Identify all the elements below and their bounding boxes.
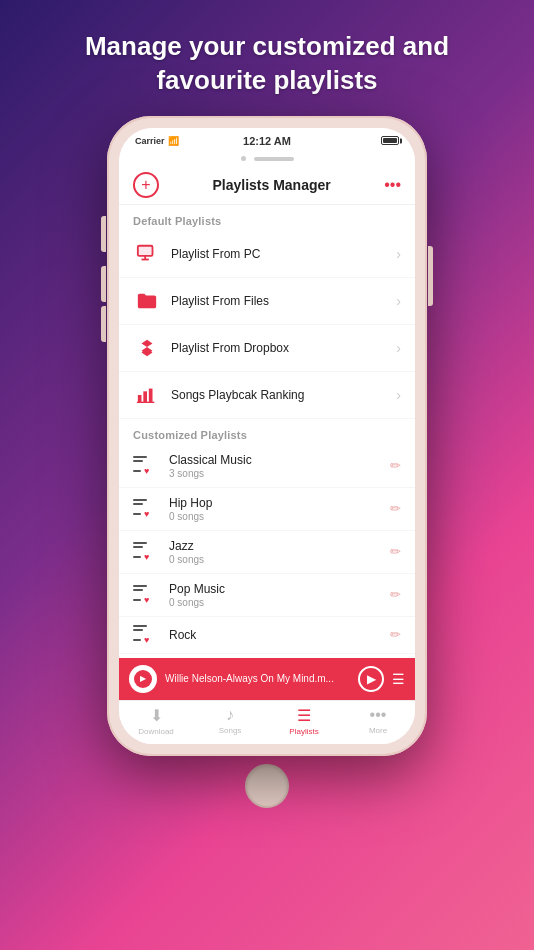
svg-rect-4 xyxy=(143,391,147,402)
default-section-header: Default Playlists xyxy=(119,205,415,231)
pop-music-item[interactable]: ♥ Pop Music 0 songs ✏ xyxy=(119,574,415,617)
hip-hop-name: Hip Hop xyxy=(169,496,390,510)
pop-music-name: Pop Music xyxy=(169,582,390,596)
playlists-tab-icon: ☰ xyxy=(297,706,311,725)
pop-music-songs: 0 songs xyxy=(169,597,390,608)
player-thumbnail: ▶ xyxy=(129,665,157,693)
camera-area xyxy=(119,154,415,164)
speaker-bar xyxy=(254,157,294,161)
tab-playlists[interactable]: ☰ Playlists xyxy=(267,706,341,736)
player-track-name: Willie Nelson-Always On My Mind.m... xyxy=(165,673,350,684)
hip-hop-text: Hip Hop 0 songs xyxy=(169,496,390,522)
playlist-from-dropbox-item[interactable]: Playlist From Dropbox › xyxy=(119,325,415,372)
more-options-button[interactable]: ••• xyxy=(384,176,401,194)
app-content: Default Playlists Playlist From PC › xyxy=(119,205,415,658)
player-thumb-inner: ▶ xyxy=(134,670,152,688)
songs-ranking-label: Songs Playbcak Ranking xyxy=(171,388,396,402)
classical-music-item[interactable]: ♥ Classical Music 3 songs ✏ xyxy=(119,445,415,488)
playlist-list-icon: ♥ xyxy=(133,456,163,476)
player-menu-button[interactable]: ☰ xyxy=(392,671,405,687)
svg-rect-0 xyxy=(138,245,153,255)
home-button[interactable] xyxy=(245,764,289,808)
phone-screen: Carrier 📶 12:12 AM + Playlists Manager •… xyxy=(119,128,415,744)
edit-rock-button[interactable]: ✏ xyxy=(390,627,401,642)
headline: Manage your customized and favourite pla… xyxy=(0,30,534,98)
player-bar: ▶ Willie Nelson-Always On My Mind.m... ▶… xyxy=(119,658,415,700)
more-tab-label: More xyxy=(369,726,387,735)
chevron-right-icon2: › xyxy=(396,293,401,309)
playlist-list-icon5: ♥ xyxy=(133,625,163,645)
tab-more[interactable]: ••• More xyxy=(341,706,415,735)
tab-download[interactable]: ⬇ Download xyxy=(119,706,193,736)
playlist-list-icon4: ♥ xyxy=(133,585,163,605)
phone-frame: Carrier 📶 12:12 AM + Playlists Manager •… xyxy=(107,116,427,756)
playlist-from-files-label: Playlist From Files xyxy=(171,294,396,308)
carrier-label: Carrier xyxy=(135,136,165,146)
jazz-name: Jazz xyxy=(169,539,390,553)
files-icon xyxy=(133,287,161,315)
app-title: Playlists Manager xyxy=(212,177,330,193)
songs-tab-label: Songs xyxy=(219,726,242,735)
playlists-tab-label: Playlists xyxy=(289,727,318,736)
playlist-from-pc-item[interactable]: Playlist From PC › xyxy=(119,231,415,278)
rock-item[interactable]: ♥ Rock ✏ xyxy=(119,617,415,654)
add-playlist-button[interactable]: + xyxy=(133,172,159,198)
songs-ranking-item[interactable]: Songs Playbcak Ranking › xyxy=(119,372,415,419)
edit-jazz-button[interactable]: ✏ xyxy=(390,544,401,559)
carrier-wifi: Carrier 📶 xyxy=(135,136,179,146)
songs-tab-icon: ♪ xyxy=(226,706,234,724)
battery-icon xyxy=(381,136,399,145)
edit-pop-button[interactable]: ✏ xyxy=(390,587,401,602)
jazz-item[interactable]: ♥ Jazz 0 songs ✏ xyxy=(119,531,415,574)
download-tab-label: Download xyxy=(138,727,174,736)
tab-songs[interactable]: ♪ Songs xyxy=(193,706,267,735)
time-display: 12:12 AM xyxy=(243,135,291,147)
classical-music-text: Classical Music 3 songs xyxy=(169,453,390,479)
edit-classical-button[interactable]: ✏ xyxy=(390,458,401,473)
edit-hiphop-button[interactable]: ✏ xyxy=(390,501,401,516)
chevron-right-icon: › xyxy=(396,246,401,262)
classical-music-name: Classical Music xyxy=(169,453,390,467)
classical-music-songs: 3 songs xyxy=(169,468,390,479)
tab-bar: ⬇ Download ♪ Songs ☰ Playlists ••• More xyxy=(119,700,415,744)
playlist-list-icon3: ♥ xyxy=(133,542,163,562)
playlist-from-pc-label: Playlist From PC xyxy=(171,247,396,261)
player-play-button[interactable]: ▶ xyxy=(358,666,384,692)
hip-hop-item[interactable]: ♥ Hip Hop 0 songs ✏ xyxy=(119,488,415,531)
playlist-from-files-item[interactable]: Playlist From Files › xyxy=(119,278,415,325)
chevron-right-icon4: › xyxy=(396,387,401,403)
dropbox-icon xyxy=(133,334,161,362)
status-bar: Carrier 📶 12:12 AM xyxy=(119,128,415,154)
more-tab-icon: ••• xyxy=(370,706,387,724)
ranking-icon xyxy=(133,381,161,409)
rock-name: Rock xyxy=(169,628,390,642)
playlist-from-dropbox-label: Playlist From Dropbox xyxy=(171,341,396,355)
pop-music-text: Pop Music 0 songs xyxy=(169,582,390,608)
download-tab-icon: ⬇ xyxy=(150,706,163,725)
jazz-text: Jazz 0 songs xyxy=(169,539,390,565)
app-header: + Playlists Manager ••• xyxy=(119,164,415,205)
hip-hop-songs: 0 songs xyxy=(169,511,390,522)
svg-rect-3 xyxy=(138,395,142,402)
jazz-songs: 0 songs xyxy=(169,554,390,565)
svg-rect-5 xyxy=(149,388,153,402)
battery-area xyxy=(381,136,399,145)
custom-section-header: Customized Playlists xyxy=(119,419,415,445)
playlist-list-icon2: ♥ xyxy=(133,499,163,519)
rock-text: Rock xyxy=(169,628,390,642)
pc-icon xyxy=(133,240,161,268)
wifi-icon: 📶 xyxy=(168,136,179,146)
camera-dot xyxy=(241,156,246,161)
chevron-right-icon3: › xyxy=(396,340,401,356)
